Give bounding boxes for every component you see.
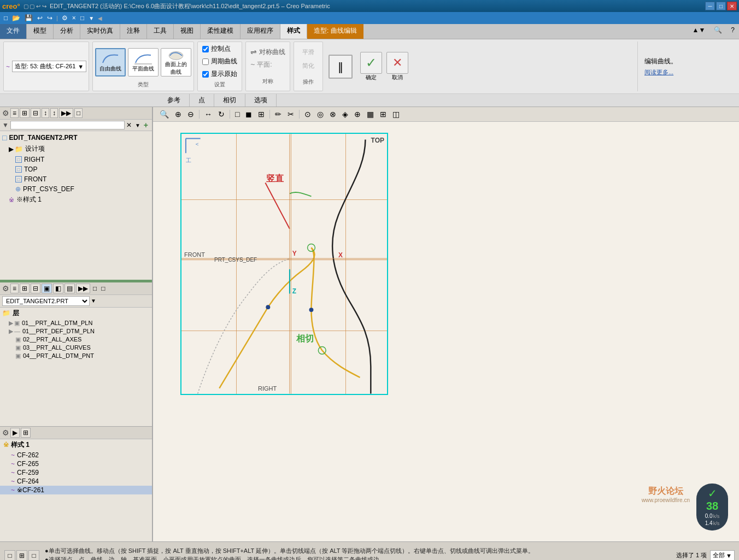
periodic-curve-checkbox[interactable] bbox=[202, 58, 209, 65]
control-points-option[interactable]: 控制点 bbox=[202, 44, 237, 54]
show-origin-checkbox[interactable] bbox=[202, 71, 209, 78]
curve-item-cf262[interactable]: ~ CF-262 bbox=[0, 451, 152, 459]
tab-curve-edit[interactable]: 造型: 曲线编辑 bbox=[307, 24, 363, 39]
win-maximize-button[interactable]: □ bbox=[716, 2, 726, 10]
curves-btn2[interactable]: ⊞ bbox=[21, 428, 31, 438]
show-origin-option[interactable]: 显示原始 bbox=[202, 69, 237, 79]
qa-redo-button[interactable]: ↪ bbox=[45, 14, 54, 22]
layer-filter-dropdown[interactable]: EDIT_TANGENT2.PRT bbox=[2, 296, 90, 306]
layer-btn5[interactable]: ◧ bbox=[53, 284, 63, 293]
layer-filter-arrow[interactable]: ▼ bbox=[91, 298, 96, 304]
tree-item-prt-csys[interactable]: ⊕ PRT_CSYS_DEF bbox=[0, 184, 152, 194]
win-close-button[interactable]: ✕ bbox=[727, 2, 737, 10]
tree-item-right[interactable]: □ RIGHT bbox=[0, 155, 152, 164]
sym-curve-button[interactable]: ⇌ 对称曲线 bbox=[250, 48, 285, 57]
win-minimize-button[interactable]: ─ bbox=[705, 2, 715, 10]
layer-more-btn[interactable]: ▶▶ bbox=[76, 284, 90, 293]
zoom-fit-icon[interactable]: 🔍 bbox=[157, 109, 171, 120]
tab-application[interactable]: 应用程序 bbox=[241, 24, 280, 39]
edit-icon[interactable]: ✂ bbox=[285, 109, 296, 120]
qa-new-button[interactable]: □ bbox=[2, 14, 9, 22]
pause-button[interactable]: ‖ bbox=[329, 55, 353, 79]
confirm-button[interactable]: ✓ bbox=[360, 52, 382, 74]
ribbon-help-button[interactable]: ? bbox=[726, 24, 739, 39]
tree-sort1-icon[interactable]: ↕ bbox=[42, 108, 49, 118]
tree-item-root[interactable]: □ EDIT_TANGENT2.PRT bbox=[0, 132, 152, 143]
subtab-tangent[interactable]: 相切 bbox=[214, 94, 245, 107]
status-icon1[interactable]: □ bbox=[4, 550, 15, 561]
layer-item-3[interactable]: ▣ 02__PRT_ALL_AXES bbox=[0, 335, 152, 344]
subtab-point[interactable]: 点 bbox=[190, 94, 214, 107]
tree-search-clear-icon[interactable]: ✕ bbox=[125, 121, 133, 129]
tree-expand-icon[interactable]: ≡ bbox=[10, 108, 19, 118]
tree-pin-icon[interactable]: □ bbox=[74, 108, 83, 118]
layer-extra2[interactable]: □ bbox=[99, 284, 107, 293]
tree-view2-icon[interactable]: ⊟ bbox=[31, 108, 40, 118]
surface-curve-button[interactable]: 曲面上的曲线 bbox=[161, 48, 191, 76]
planar-curve-button[interactable]: 平面曲线 bbox=[128, 48, 159, 76]
curve-item-cf259[interactable]: ~ CF-259 bbox=[0, 468, 152, 477]
smooth-button[interactable]: 平滑 bbox=[298, 47, 318, 57]
tab-annotation[interactable]: 注释 bbox=[120, 24, 147, 39]
layer-item-5[interactable]: ▣ 04__PRT_ALL_DTM_PNT bbox=[0, 352, 152, 360]
periodic-curve-option[interactable]: 周期曲线 bbox=[202, 57, 237, 66]
qa-layout-button[interactable]: □ bbox=[79, 14, 86, 22]
tool1-icon[interactable]: ⊙ bbox=[302, 109, 313, 120]
tab-file[interactable]: 文件 bbox=[0, 24, 27, 39]
tree-item-top[interactable]: □ TOP bbox=[0, 164, 152, 174]
layer-btn2[interactable]: ⊞ bbox=[20, 284, 30, 293]
tab-tools[interactable]: 工具 bbox=[147, 24, 174, 39]
qa-undo-button[interactable]: ↩ bbox=[36, 14, 44, 22]
display1-icon[interactable]: □ bbox=[233, 109, 242, 120]
ribbon-read-more[interactable]: 阅读更多... bbox=[644, 68, 729, 76]
curve-item-cf264[interactable]: ~ CF-264 bbox=[0, 477, 152, 486]
subtab-reference[interactable]: 参考 bbox=[159, 94, 190, 107]
layer-btn6[interactable]: ▤ bbox=[64, 284, 75, 293]
tab-style[interactable]: 样式 bbox=[280, 24, 307, 39]
qa-open-button[interactable]: 📂 bbox=[10, 14, 22, 22]
tree-item-design[interactable]: ▶ 📁 设计项 bbox=[0, 143, 152, 155]
curve-item-cf265[interactable]: ~ CF-265 bbox=[0, 459, 152, 468]
tree-sort2-icon[interactable]: ↕ bbox=[50, 108, 58, 118]
layer-item-2[interactable]: ▶ — 01__PRT_DEF_DTM_PLN bbox=[0, 327, 152, 335]
tab-simulation[interactable]: 实时仿真 bbox=[80, 24, 120, 39]
tree-search-dropdown-icon[interactable]: ▼ bbox=[133, 122, 142, 128]
curve-item-cf261[interactable]: ~ ※CF-261 bbox=[0, 486, 152, 494]
tool7-icon[interactable]: ⊞ bbox=[378, 109, 389, 120]
zoom-out-icon[interactable]: ⊖ bbox=[185, 109, 196, 120]
qa-settings-button[interactable]: ⚙ bbox=[60, 14, 69, 22]
cancel-button[interactable]: ✕ bbox=[386, 52, 408, 74]
rotate-icon[interactable]: ↻ bbox=[216, 109, 227, 120]
subtab-options[interactable]: 选项 bbox=[245, 94, 277, 107]
status-dropdown[interactable]: 全部 ▼ bbox=[710, 550, 735, 560]
status-icon2[interactable]: ⊞ bbox=[16, 550, 27, 561]
tab-view[interactable]: 视图 bbox=[174, 24, 201, 39]
tool3-icon[interactable]: ⊗ bbox=[327, 109, 338, 120]
tab-model[interactable]: 模型 bbox=[27, 24, 54, 39]
tool2-icon[interactable]: ◎ bbox=[315, 109, 326, 120]
tree-item-style1[interactable]: ※ ※样式 1 bbox=[0, 194, 152, 205]
status-icon3[interactable]: □ bbox=[28, 550, 39, 561]
curves-btn1[interactable]: ▶ bbox=[10, 428, 20, 438]
select-icon[interactable]: ✏ bbox=[273, 109, 284, 120]
tool8-icon[interactable]: ◫ bbox=[390, 109, 402, 120]
tab-analysis[interactable]: 分析 bbox=[54, 24, 80, 39]
tree-item-front[interactable]: □ FRONT bbox=[0, 174, 152, 184]
qa-save-button[interactable]: 💾 bbox=[23, 14, 34, 22]
layer-item-1[interactable]: ▶ ▣ 01__PRT_ALL_DTM_PLN bbox=[0, 319, 152, 327]
free-curve-button[interactable]: 自由曲线 bbox=[95, 48, 126, 76]
zoom-in-icon[interactable]: ⊕ bbox=[173, 109, 184, 120]
pan-icon[interactable]: ↔ bbox=[202, 109, 214, 120]
tree-view1-icon[interactable]: ⊞ bbox=[20, 108, 30, 118]
display2-icon[interactable]: ◼ bbox=[243, 109, 254, 120]
tree-more-icon[interactable]: ▶▶ bbox=[59, 108, 73, 118]
simplify-button[interactable]: 简化 bbox=[298, 61, 318, 71]
ribbon-collapse-button[interactable]: ▲▼ bbox=[688, 24, 710, 39]
layer-btn1[interactable]: ≡ bbox=[10, 284, 19, 293]
qa-extra-button[interactable]: × bbox=[71, 14, 78, 22]
tool4-icon[interactable]: ◈ bbox=[340, 109, 350, 120]
layer-btn4[interactable]: ▣ bbox=[42, 284, 52, 293]
qa-dropdown-button[interactable]: ▼ bbox=[87, 15, 96, 22]
tool6-icon[interactable]: ▦ bbox=[365, 109, 376, 120]
canvas-viewport[interactable]: Y X Z < 工 TOP FRONT PRT_CSYS_DEF bbox=[153, 122, 739, 541]
